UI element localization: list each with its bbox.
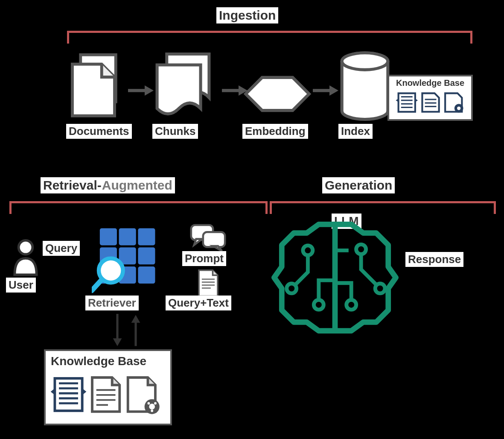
user-icon xyxy=(11,237,41,278)
knowledge-base-box-large: Knowledge Base xyxy=(44,349,172,425)
retrieval-bracket xyxy=(9,201,268,214)
generation-title: Generation xyxy=(322,177,395,193)
svg-point-22 xyxy=(19,240,33,255)
svg-marker-5 xyxy=(246,77,309,110)
svg-point-64 xyxy=(303,246,313,255)
retrieval-title-p1: Retrieval- xyxy=(41,177,102,193)
svg-point-66 xyxy=(314,300,323,310)
retriever-label: Retriever xyxy=(85,296,139,310)
query-text-doc-icon xyxy=(196,268,221,298)
svg-marker-52 xyxy=(51,388,55,395)
svg-point-69 xyxy=(347,300,356,310)
prompt-icon xyxy=(188,222,228,252)
svg-point-62 xyxy=(151,410,153,412)
svg-point-21 xyxy=(457,106,460,110)
svg-point-60 xyxy=(147,402,150,404)
retriever-icon xyxy=(92,224,162,295)
kb-docs-icon xyxy=(389,88,471,114)
embedding-label: Embedding xyxy=(242,124,308,139)
user-label: User xyxy=(6,278,36,293)
generation-bracket xyxy=(270,201,496,214)
query-text-label: Query+Text xyxy=(166,296,231,310)
arrow-icon xyxy=(313,84,338,97)
prompt-label: Prompt xyxy=(182,251,226,266)
svg-marker-16 xyxy=(415,99,418,102)
svg-marker-45 xyxy=(131,315,140,323)
arrow-up-icon xyxy=(130,314,141,347)
svg-rect-36 xyxy=(203,232,225,247)
retrieval-title-wrap: Retrieval- Augmented xyxy=(41,177,175,193)
llm-brain-icon xyxy=(269,218,401,337)
svg-marker-35 xyxy=(194,239,202,245)
documents-label: Documents xyxy=(66,124,132,139)
svg-point-67 xyxy=(356,244,366,254)
svg-marker-15 xyxy=(396,99,398,102)
svg-point-68 xyxy=(375,284,385,293)
svg-marker-53 xyxy=(82,388,87,395)
response-label: Response xyxy=(405,252,463,267)
documents-icon xyxy=(66,51,130,122)
svg-rect-24 xyxy=(119,228,136,245)
svg-rect-23 xyxy=(100,228,117,245)
arrow-down-icon xyxy=(112,314,123,347)
svg-rect-10 xyxy=(399,93,415,111)
ingestion-bracket xyxy=(67,31,472,44)
chunks-icon xyxy=(151,50,222,123)
index-label: Index xyxy=(338,124,373,139)
svg-rect-31 xyxy=(138,266,155,284)
query-label: Query xyxy=(43,241,80,256)
chunks-label: Chunks xyxy=(152,124,198,139)
svg-point-61 xyxy=(154,402,157,404)
index-cylinder-icon xyxy=(337,50,393,123)
svg-point-59 xyxy=(149,404,155,410)
knowledge-base-label-large: Knowledge Base xyxy=(46,351,170,368)
kb-docs-icon-large xyxy=(46,368,170,419)
knowledge-base-box-small: Knowledge Base xyxy=(387,75,473,121)
svg-marker-43 xyxy=(113,338,122,346)
ingestion-title: Ingestion xyxy=(216,7,278,23)
svg-rect-25 xyxy=(138,228,155,245)
embedding-icon xyxy=(239,73,316,115)
knowledge-base-label-small: Knowledge Base xyxy=(389,76,471,88)
svg-rect-28 xyxy=(138,247,155,264)
svg-line-33 xyxy=(92,280,102,291)
svg-point-65 xyxy=(287,284,297,293)
retrieval-title-p2: Augmented xyxy=(102,177,175,193)
arrow-icon xyxy=(128,84,154,97)
svg-point-9 xyxy=(342,53,388,70)
